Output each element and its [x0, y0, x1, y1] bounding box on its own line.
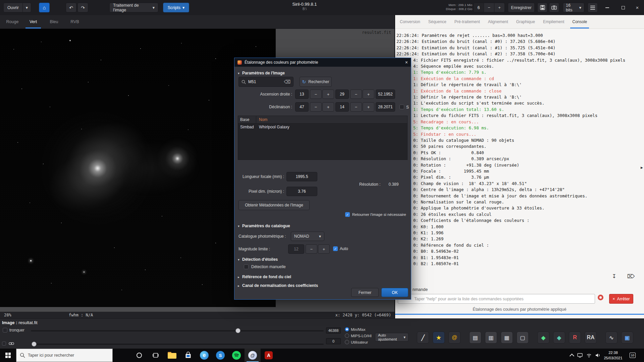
clear-search-icon[interactable]: ⌫ [284, 79, 290, 84]
threads-minus-button[interactable]: − [484, 3, 494, 12]
ra-minutes-input[interactable]: 29 [335, 89, 349, 99]
green-diamond-button[interactable]: ◆ [537, 331, 549, 344]
ra-hours-plus-button[interactable]: + [322, 89, 334, 99]
store-button[interactable] [180, 349, 196, 362]
ra-hours-input[interactable]: 13 [295, 89, 309, 99]
ra-hours-minus-button[interactable]: − [310, 89, 322, 99]
normalization-channel-expander[interactable]: ▸ Canal de normalisation des coefficient… [238, 283, 318, 288]
tab-pré-traitement[interactable]: Pré-traitement [450, 15, 484, 28]
magnitude-input[interactable]: 12 [288, 244, 304, 254]
chevron-up-icon[interactable] [570, 354, 574, 358]
user-radio[interactable]: Utilisateur [345, 340, 368, 344]
tab-conversion[interactable]: Conversion [396, 15, 424, 28]
undo-button[interactable]: ↶ [66, 3, 76, 12]
galaxy-button[interactable]: @ [448, 331, 461, 344]
link-sliders-checkbox[interactable] [2, 342, 6, 346]
ra-minutes-minus-button[interactable]: − [350, 89, 362, 99]
display-icon[interactable] [577, 353, 583, 358]
manual-detection-checkbox[interactable] [244, 264, 249, 269]
star-button[interactable]: ★ [433, 331, 445, 344]
tab-rvb[interactable]: RVB [64, 15, 85, 28]
hamburger-menu-button[interactable] [588, 3, 598, 12]
table-button[interactable]: ▥ [485, 331, 497, 344]
tab-empilement[interactable]: Empilement [539, 15, 568, 28]
dec-minutes-plus-button[interactable]: + [363, 102, 374, 112]
pen-button[interactable]: ╱ [417, 331, 429, 344]
auto-magnitude-option[interactable]: ✓ Auto [333, 246, 348, 251]
scripts-menu[interactable]: Scripts ▾ [163, 3, 189, 12]
dec-minutes-input[interactable]: 14 [335, 102, 349, 112]
truncate-checkbox[interactable] [3, 328, 7, 333]
start-button[interactable] [0, 349, 16, 362]
tab-console[interactable]: Console [568, 15, 591, 28]
tab-graphique[interactable]: Graphique [512, 15, 539, 28]
low-threshold-input[interactable] [326, 338, 341, 344]
object-search-input[interactable]: M51 ⌫ [238, 77, 293, 87]
ra-seconds-input[interactable]: 52.1952 [376, 89, 395, 99]
open-button[interactable]: Ouvrir [3, 3, 23, 12]
mips-radio[interactable]: MIPS-LO/HI [345, 334, 372, 338]
snapshot-button[interactable] [549, 3, 559, 12]
low-slider-handle[interactable] [32, 342, 37, 347]
star-detection-expander[interactable]: ▾ Détection d'étoiles [238, 257, 278, 262]
export-log-button[interactable]: ↧ [610, 272, 619, 281]
image-processing-menu[interactable]: Traitement de l'image ▾ [109, 3, 158, 12]
flip-checkbox[interactable]: ✓ [345, 212, 350, 217]
frame-button[interactable]: ▢ [517, 331, 529, 344]
name-column-header[interactable]: Nom [256, 116, 267, 123]
grid-button[interactable]: ▤ [469, 331, 481, 344]
search-object-button[interactable]: ↻ Rechercher [300, 77, 332, 87]
dialog-close-button[interactable]: × [405, 60, 408, 65]
minimize-button[interactable] [601, 0, 613, 15]
ra-minutes-plus-button[interactable]: + [363, 89, 374, 99]
high-threshold-input[interactable] [326, 327, 341, 334]
catalog-parameters-expander[interactable]: ▾ Paramètres du catalogue [238, 224, 290, 228]
low-threshold-slider[interactable] [31, 344, 324, 345]
collapse-panel-icon[interactable]: ▶ [641, 166, 643, 169]
teal-diamond-button[interactable]: ◆ [553, 331, 565, 344]
close-dialog-button[interactable]: Fermer [351, 288, 379, 297]
autostretch-dropdown[interactable]: Auto ajustement ▾ [375, 333, 409, 342]
dec-degrees-minus-button[interactable]: − [310, 102, 322, 112]
siril-app-button[interactable]: @ [245, 349, 261, 362]
auto-checkbox[interactable]: ✓ [333, 246, 338, 251]
south-checkbox[interactable] [399, 105, 404, 109]
save-button[interactable]: Enregistrer [508, 3, 535, 12]
bit-depth-dropdown[interactable]: 16 bits ▾ [563, 3, 584, 12]
table-row[interactable]: SimbadWhirlpool Galaxy [238, 124, 407, 131]
curve-button[interactable]: ∿ [605, 331, 618, 344]
save-as-button[interactable] [537, 3, 547, 12]
ok-button[interactable]: OK [381, 288, 408, 297]
catalog-dropdown[interactable]: NOMAD ▾ [291, 232, 324, 241]
acrobat-button[interactable]: A [261, 349, 277, 362]
flip-image-option[interactable]: ✓ Retourner l'image si nécessaire [345, 212, 406, 217]
stop-button[interactable]: × Arrêter [609, 294, 633, 304]
spotify-button[interactable] [228, 349, 245, 362]
threads-value[interactable]: 6 [473, 3, 484, 12]
dec-degrees-input[interactable]: 47 [295, 102, 309, 112]
dec-seconds-input[interactable]: 28.2071 [376, 102, 395, 112]
image-parameters-expander[interactable]: ▾ Paramètres de l'Image [238, 71, 285, 75]
cells-button[interactable]: ▦ [501, 331, 513, 344]
rgb-channel-button[interactable]: R [569, 331, 581, 344]
network-icon[interactable] [586, 353, 592, 358]
focal-length-input[interactable]: 1995.5 [286, 172, 317, 181]
tab-bleu[interactable]: Bleu [44, 15, 64, 28]
tab-vert[interactable]: Vert [23, 15, 44, 28]
taskbar-search[interactable]: Taper ici pour rechercher [16, 349, 113, 362]
notification-center-button[interactable]: 10 [624, 349, 641, 362]
manual-detection-option[interactable]: Détection manuelle [244, 264, 286, 269]
high-slider-handle[interactable] [235, 328, 240, 333]
open-dropdown-button[interactable]: ▾ [22, 3, 31, 12]
dec-degrees-plus-button[interactable]: + [322, 102, 334, 112]
layers-button[interactable]: ▣ [621, 331, 633, 344]
edge-button[interactable]: e [196, 349, 212, 362]
file-explorer-button[interactable] [164, 349, 180, 362]
task-view-button[interactable] [148, 349, 163, 362]
skype-button[interactable]: S [212, 349, 228, 362]
magnitude-plus-button[interactable]: + [318, 244, 330, 254]
home-button[interactable]: ⌂ [39, 3, 50, 12]
redo-button[interactable]: ↷ [77, 3, 88, 12]
close-window-button[interactable]: × [631, 0, 643, 15]
dialog-titlebar[interactable]: Étalonnage des couleurs par photométrie … [234, 58, 411, 67]
